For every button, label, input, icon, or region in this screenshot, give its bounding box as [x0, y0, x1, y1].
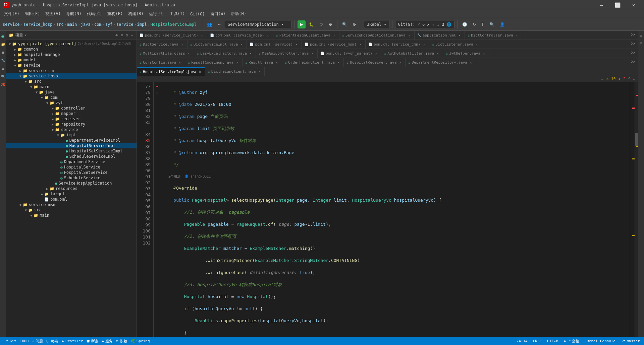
menu-file[interactable]: 文件(F)	[1, 10, 22, 17]
status-breakpoints[interactable]: ⬟ 断点	[85, 339, 100, 344]
tab-result[interactable]: ☕ Result.java ✕	[243, 58, 282, 67]
breadcrumb-class[interactable]: HospitalServiceImpl	[151, 22, 197, 27]
tree-common[interactable]: ▶ 📁 common	[6, 47, 137, 52]
tree-hospital-manage[interactable]: ▶ 📁 hospital-manage	[6, 52, 137, 57]
tree-hosp-set-impl[interactable]: ● HospitalSetServiceImpl	[6, 148, 137, 154]
tree-service-hosp-app[interactable]: ● ServiceHospApplication	[6, 181, 137, 186]
tab-close-patient-feign[interactable]: ✕	[332, 33, 336, 38]
tab-hospital-receiver[interactable]: ☕ HospitalReceiver.java ✕	[344, 58, 406, 67]
scroll-thumb[interactable]	[635, 133, 638, 146]
breadcrumb-service2[interactable]: service	[116, 22, 133, 27]
tab-close-pom-client[interactable]: ✕	[200, 33, 204, 38]
status-encoding[interactable]: CRLF	[532, 339, 543, 343]
tab-dept-repo[interactable]: ☕ DepartmentRepository.java ✕	[406, 58, 476, 67]
breadcrumb-java[interactable]: java	[81, 22, 91, 27]
tab-dict-controller[interactable]: ☕ DictController.java ✕	[465, 31, 522, 40]
mini-scroll-strip[interactable]	[635, 82, 638, 337]
vcs-button[interactable]: 👥	[205, 21, 214, 28]
tree-zyf[interactable]: ▼ 📁 zyf	[6, 100, 137, 106]
tree-service-msm[interactable]: ▼ 📁 service_msm	[6, 202, 137, 207]
tree-receiver[interactable]: ▶ 📁 receiver	[6, 116, 137, 122]
tree-controller[interactable]: ▶ 📁 controller	[6, 106, 137, 111]
tab-close-dict-listener[interactable]: ✕	[475, 42, 479, 47]
menu-git[interactable]: Git(G)	[187, 11, 207, 17]
tab-more-1[interactable]: ≫	[628, 31, 638, 40]
tab-close-hosp-rcvr[interactable]: ✕	[398, 60, 402, 65]
maximize-button[interactable]: ⬜	[610, 0, 625, 10]
menu-tools[interactable]: 工具(T)	[167, 10, 188, 17]
menu-window[interactable]: 窗口(W)	[208, 10, 228, 17]
status-terminal[interactable]: ⬡ 终端	[45, 339, 60, 344]
menu-code[interactable]: 代码(C)	[84, 10, 105, 17]
tree-model[interactable]: ▶ 📁 model	[6, 57, 137, 63]
tree-com[interactable]: ▼ 📁 com	[6, 95, 137, 100]
status-jrebel-console[interactable]: JRebel Console	[583, 339, 617, 343]
tree-root[interactable]: ▼ 📁 yygh_prate [yygh_parent] C:\Users\tz…	[6, 41, 137, 47]
tree-service-hosp[interactable]: ▼ 📁 service_hosp	[6, 73, 137, 79]
tab-multipart[interactable]: ☕ MultipartFile.class ✕	[137, 49, 194, 58]
tab-hosp-svc-impl-active[interactable]: ☕ HospitalServiceImpl.java ✕	[137, 67, 205, 76]
fold-94[interactable]: ⌄	[154, 89, 160, 95]
left-icon-6[interactable]: 🔍	[0, 74, 6, 79]
breadcrumb-service-hosp[interactable]: service_hosp	[23, 22, 53, 27]
tab-close-dict-feign[interactable]: ✕	[257, 69, 262, 74]
tab-dict-listener[interactable]: ☕ DictListener.java ✕	[429, 40, 482, 49]
tab-close-order-feign[interactable]: ✕	[336, 60, 341, 65]
tree-dept-service[interactable]: ◎ DepartmentService	[6, 159, 137, 164]
tab-close-easyexcel[interactable]: ✕	[248, 51, 253, 56]
tab-close-pom-svc[interactable]: ✕	[294, 42, 299, 47]
breadcrumb-com[interactable]: com	[94, 22, 102, 27]
tree-main[interactable]: ▼ 📁 main	[6, 84, 137, 89]
tab-more-4[interactable]: ≫	[628, 58, 638, 67]
left-icon-2[interactable]: 📁	[0, 42, 6, 47]
debug-button[interactable]: 🐛	[307, 21, 316, 28]
menu-run[interactable]: 运行(U)	[146, 10, 167, 17]
tab-pom-client[interactable]: 📄 pom.xml (service_client) ✕	[137, 31, 207, 40]
tab-more-3[interactable]: ≫	[628, 49, 638, 58]
tab-jwt-helper[interactable]: ☕ JwtHelper.java ✕	[443, 49, 489, 58]
tab-order-feign[interactable]: ☕ OrderFeignClient.java ✕	[282, 58, 344, 67]
tree-schedule-svc[interactable]: ◎ ScheduleService	[6, 175, 137, 181]
tab-close-pom-msm[interactable]: ✕	[358, 42, 363, 47]
search-button[interactable]: 🔍	[340, 21, 349, 28]
tab-close-auth-filter[interactable]: ✕	[435, 51, 440, 56]
tab-pom-msm[interactable]: 📄 pom.xml (service_msm) ✕	[302, 40, 366, 49]
menu-refactor[interactable]: 重构(E)	[105, 10, 125, 17]
tab-pom-service[interactable]: 📄 pom.xml (service) ✕	[247, 40, 302, 49]
profile-button[interactable]: 👤	[498, 21, 507, 28]
tab-close-svc-hosp-app[interactable]: ✕	[407, 33, 412, 38]
left-icon-4[interactable]: 🔧	[0, 58, 6, 63]
menu-view[interactable]: 视图(V)	[43, 10, 63, 17]
app-selector[interactable]: ServiceMsmApplication ▾	[225, 21, 292, 28]
tree-resources[interactable]: ▶ 📁 resources	[6, 186, 137, 191]
tree-service[interactable]: ▼ 📁 service	[6, 63, 137, 68]
tab-more-2[interactable]: ≫	[628, 40, 638, 49]
tab-pom-parent[interactable]: 📄 pom.xml (yygh_parent) ✕	[318, 49, 381, 58]
close-panel-icon[interactable]: —	[130, 32, 134, 38]
tab-dict-svc[interactable]: ☕ DictService.java ✕	[137, 40, 187, 49]
tab-result-code[interactable]: ☕ ResultCodeEnum.java ✕	[185, 58, 243, 67]
breadcrumb-service[interactable]: service	[3, 22, 20, 27]
status-services[interactable]: ▶ 服务	[101, 339, 114, 344]
breadcrumb-zyf[interactable]: zyf	[105, 22, 113, 27]
status-dependencies[interactable]: ⊞ 依赖	[115, 339, 128, 344]
tab-service-hosp-app[interactable]: ☕ ServiceHospApplication.java ✕	[339, 31, 415, 40]
tab-close-pom-parent[interactable]: ✕	[374, 51, 378, 56]
coverage-button[interactable]: 🛡	[317, 21, 325, 28]
tab-easyexcel[interactable]: ☕ EasyExcelFactory.java ✕	[194, 49, 256, 58]
jrebel-button[interactable]: JRebel ▾	[364, 21, 389, 28]
breadcrumb-main[interactable]: main	[67, 22, 77, 27]
settings-button[interactable]: ⚙	[351, 21, 358, 28]
tree-hospital-service[interactable]: ◎ HospitalService	[6, 164, 137, 170]
jrebel-left-icon[interactable]: JR	[0, 82, 6, 87]
tree-target[interactable]: ▶ 📁 target	[6, 191, 137, 197]
translate-button[interactable]: T	[479, 21, 486, 28]
right-icon-1[interactable]: ≡	[640, 33, 642, 38]
status-profiler[interactable]: ◈ Profiler	[60, 339, 85, 343]
status-branch[interactable]: ⎇ master	[620, 339, 641, 343]
status-problems[interactable]: ⚠ 问题	[31, 339, 44, 344]
search2-button[interactable]: 🔍	[487, 21, 496, 28]
breakpoint-line85[interactable]: ⬥	[154, 83, 160, 89]
run-button[interactable]: ▶	[298, 20, 306, 28]
breadcrumb-src[interactable]: src	[56, 22, 64, 27]
